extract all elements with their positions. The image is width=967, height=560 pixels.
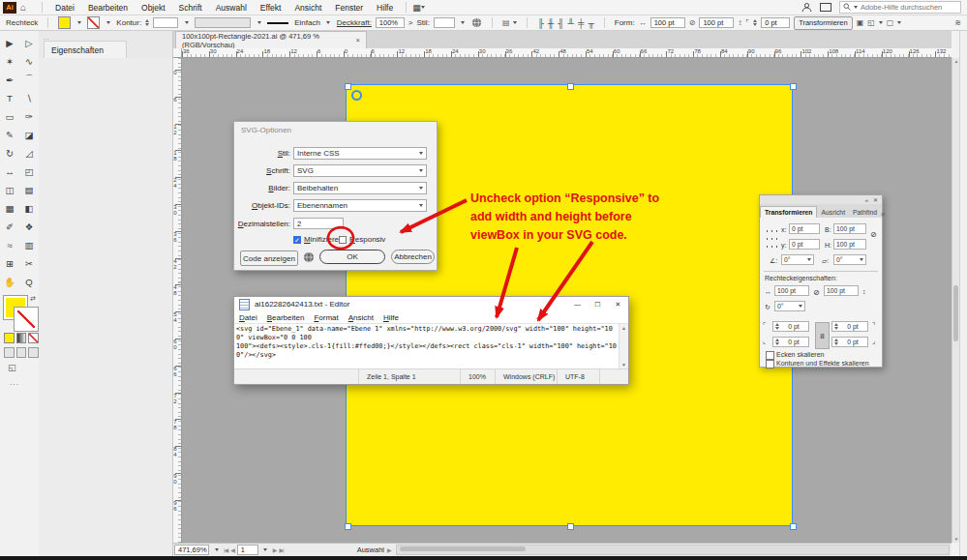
selection-handle[interactable]: [567, 83, 574, 90]
workspace-switcher-icon[interactable]: ▦: [412, 3, 421, 13]
cancel-button[interactable]: Abbrechen: [391, 250, 435, 264]
blend-tool[interactable]: ❖: [20, 218, 38, 236]
shape-height-field[interactable]: 100 pt: [699, 17, 734, 28]
hand-tool[interactable]: ✋: [1, 273, 18, 291]
help-search-input[interactable]: Adobe-Hilfe durchsuchen: [839, 1, 961, 14]
lasso-tool[interactable]: ∿: [20, 52, 38, 71]
stroke-dropdown[interactable]: [104, 17, 112, 28]
maximize-icon[interactable]: ☐: [588, 297, 608, 311]
isolate-icon[interactable]: ◱: [867, 18, 875, 27]
close-icon[interactable]: ×: [356, 36, 360, 44]
rect-angle-field[interactable]: 0°: [774, 301, 805, 311]
object-ids-select[interactable]: Ebenennamen: [293, 199, 427, 212]
decimals-input[interactable]: 2: [293, 218, 344, 229]
responsive-checkbox[interactable]: [339, 236, 347, 244]
panel-menu-icon[interactable]: ≡: [881, 211, 889, 218]
reference-point-locator[interactable]: [765, 227, 777, 249]
ruler-origin-box[interactable]: [172, 48, 182, 58]
notepad-title-bar[interactable]: ai162282642413.txt - Editor — ☐ ✕: [234, 297, 628, 311]
status-menu-icon[interactable]: ▶: [387, 546, 391, 553]
variable-width-profile[interactable]: [195, 17, 251, 28]
horizontal-scrollbar[interactable]: [396, 545, 950, 555]
stroke-proxy[interactable]: [15, 308, 38, 331]
stroke-weight-field[interactable]: [153, 17, 178, 28]
pen-tool[interactable]: ✒: [1, 71, 18, 89]
link-corner-radii-button[interactable]: 8: [815, 322, 830, 349]
artboard-dropdown[interactable]: [261, 545, 270, 555]
swap-fill-stroke-icon[interactable]: ⇄: [30, 295, 36, 303]
brush-dropdown[interactable]: [324, 17, 333, 28]
selection-handle[interactable]: [345, 523, 351, 530]
notepad-menu-item[interactable]: Datei: [234, 313, 262, 322]
menu-item[interactable]: Ansicht: [287, 3, 328, 13]
paintbrush-tool[interactable]: ✑: [20, 107, 38, 126]
style-dropdown[interactable]: [459, 17, 468, 28]
document-tab[interactable]: 100x100pt-Rectangle-2021.ai @ 471,69 % (…: [175, 31, 367, 48]
curvature-tool[interactable]: ⌒: [20, 71, 38, 89]
close-icon[interactable]: ✕: [608, 297, 628, 311]
menu-item[interactable]: Fenster: [328, 3, 370, 13]
brush-definition-label[interactable]: Einfach: [294, 18, 320, 27]
x-field[interactable]: 0 pt: [789, 223, 820, 234]
align-top-icon[interactable]: ╨: [568, 18, 574, 28]
align-middle-icon[interactable]: ╪: [578, 18, 584, 28]
menu-item[interactable]: Hilfe: [370, 3, 400, 13]
screen-mode-icon[interactable]: ◱: [8, 363, 39, 372]
collapse-icon[interactable]: «: [865, 197, 868, 203]
zoom-level-field[interactable]: 471,69%: [174, 545, 209, 555]
corner-radius-field[interactable]: 0 pt: [761, 17, 790, 28]
account-icon[interactable]: [801, 2, 812, 13]
tab-eigenschaften[interactable]: Eigenschaften: [44, 41, 127, 58]
stepper[interactable]: [834, 339, 838, 345]
web-preview-button[interactable]: [302, 251, 316, 264]
magic-wand-tool[interactable]: ✶: [1, 52, 18, 71]
collapsed-panel-dock[interactable]: [959, 31, 967, 556]
selection-handle[interactable]: [345, 83, 351, 90]
shape-builder-tool[interactable]: ◫: [1, 181, 18, 199]
fill-dropdown[interactable]: [75, 17, 83, 28]
selection-handle[interactable]: [790, 83, 797, 90]
line-segment-tool[interactable]: ∖: [20, 89, 38, 107]
stroke-weight-dropdown[interactable]: [182, 17, 191, 28]
tab-ausrichten[interactable]: Ausricht: [817, 207, 849, 218]
profile-dropdown[interactable]: [255, 17, 263, 28]
rotate-tool[interactable]: ↻: [1, 144, 18, 162]
opacity-expand-icon[interactable]: >: [408, 18, 413, 27]
draw-inside-mode-button[interactable]: [28, 347, 39, 358]
corner-tl-field[interactable]: 0 pt: [772, 321, 809, 332]
link-dimensions-icon[interactable]: ⊘: [689, 18, 696, 27]
symbol-sprayer-tool[interactable]: ≈: [1, 236, 18, 254]
transform-button[interactable]: Transformieren: [794, 16, 853, 30]
align-left-icon[interactable]: ╟: [537, 18, 543, 28]
minimize-icon[interactable]: —: [567, 297, 588, 311]
minify-checkbox[interactable]: ✓: [293, 236, 301, 244]
stroke-weight-stepper[interactable]: [145, 19, 149, 26]
menu-item[interactable]: Auswahl: [209, 3, 254, 13]
draw-normal-mode-button[interactable]: [4, 347, 15, 358]
selection-handle[interactable]: [790, 523, 797, 530]
style-field[interactable]: [434, 17, 455, 28]
menu-item[interactable]: Datei: [48, 3, 81, 13]
zoom-dropdown[interactable]: [212, 545, 221, 555]
y-field[interactable]: 0 pt: [789, 239, 820, 250]
opacity-label[interactable]: Deckkraft:: [337, 18, 372, 27]
vertical-scrollbar-thumb[interactable]: [953, 285, 958, 341]
align-center-icon[interactable]: ╫: [548, 18, 554, 28]
scale-strokes-checkbox[interactable]: [766, 360, 774, 368]
prev-artboard-icon[interactable]: ◀: [230, 546, 234, 553]
eraser-tool[interactable]: ◪: [20, 126, 38, 144]
tab-transformieren[interactable]: Transformieren: [760, 206, 817, 218]
gradient-chip[interactable]: [16, 333, 27, 343]
height-field[interactable]: 100 pt: [833, 239, 866, 250]
first-artboard-icon[interactable]: |◀: [224, 546, 227, 553]
horizontal-scrollbar-thumb[interactable]: [400, 546, 526, 551]
selection-tool[interactable]: ▶: [1, 34, 18, 52]
draw-behind-mode-button[interactable]: [16, 347, 27, 358]
mesh-tool[interactable]: ▦: [1, 199, 18, 218]
color-chip[interactable]: [4, 333, 15, 343]
home-icon[interactable]: ⌂: [20, 2, 26, 13]
stroke-color-swatch[interactable]: [87, 16, 100, 29]
perspective-grid-tool[interactable]: ▤: [20, 181, 38, 199]
eyedropper-tool[interactable]: ✐: [1, 218, 18, 236]
scale-tool[interactable]: ◿: [20, 144, 38, 162]
